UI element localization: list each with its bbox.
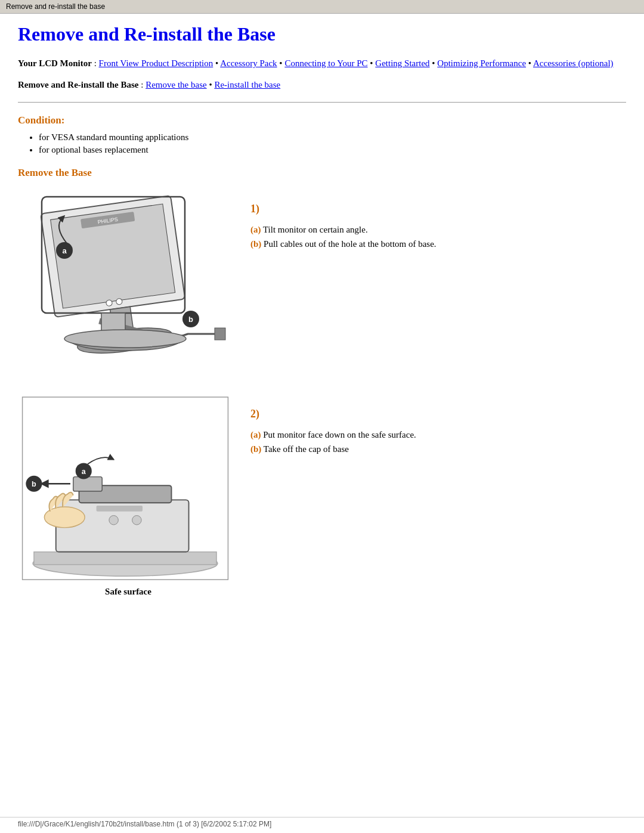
- sub-nav: Remove and Re-install the Base : Remove …: [18, 80, 626, 90]
- step-1-row: PHILIPS a: [18, 191, 626, 378]
- nav-link-accessory[interactable]: Accessory Pack: [220, 58, 277, 68]
- step-2-num: 2): [250, 408, 626, 420]
- svg-rect-21: [97, 506, 143, 512]
- browser-tab: Remove and re-install the base: [0, 0, 644, 14]
- condition-title: Condition:: [18, 114, 626, 126]
- step-1-num: 1): [250, 203, 626, 215]
- condition-item-1: for VESA standard mounting applications: [39, 132, 626, 143]
- nav-link-connecting[interactable]: Connecting to Your PC: [284, 58, 367, 68]
- step-1-illustration: PHILIPS a: [18, 191, 239, 378]
- step-2-detail: (a) Put monitor face down on the safe su…: [250, 428, 626, 456]
- your-lcd-label: Your LCD Monitor: [18, 58, 92, 68]
- svg-rect-14: [215, 328, 225, 340]
- svg-point-17: [64, 330, 186, 348]
- page-title: Remove and Re-install the Base: [18, 23, 626, 45]
- footer-text: file:///D|/Grace/K1/english/170b2t/insta…: [18, 820, 271, 828]
- svg-rect-25: [73, 476, 102, 491]
- step-2-illustration: a b Safe surface: [18, 396, 239, 597]
- step-2-text: 2) (a) Put monitor face down on the safe…: [250, 396, 626, 456]
- condition-list: for VESA standard mounting applications …: [18, 132, 626, 155]
- svg-text:a: a: [82, 467, 86, 475]
- sub-link-remove[interactable]: Remove the base: [145, 80, 206, 89]
- nav-links: Your LCD Monitor : Front View Product De…: [18, 56, 626, 72]
- step-1-detail-a: (a) Tilt monitor on certain angle. (b) P…: [250, 222, 626, 251]
- svg-text:b: b: [188, 315, 193, 324]
- nav-link-optimizing[interactable]: Optimizing Performance: [437, 58, 526, 68]
- step-1-text: 1) (a) Tilt monitor on certain angle. (b…: [250, 191, 626, 251]
- sub-link-reinstall[interactable]: Re-install the base: [214, 80, 280, 89]
- footer-bar: file:///D|/Grace/K1/english/170b2t/insta…: [0, 817, 644, 828]
- step-2-row: a b Safe surface 2) (a): [18, 396, 626, 597]
- nav-link-getting-started[interactable]: Getting Started: [375, 58, 429, 68]
- svg-point-22: [109, 515, 119, 525]
- divider: [18, 102, 626, 103]
- svg-rect-19: [34, 552, 216, 564]
- svg-text:b: b: [32, 480, 36, 488]
- safe-surface-label: Safe surface: [18, 587, 239, 597]
- svg-text:a: a: [62, 246, 67, 255]
- remove-base-title: Remove the Base: [18, 167, 626, 179]
- condition-item-2: for optional bases replacement: [39, 145, 626, 155]
- svg-point-23: [132, 515, 142, 525]
- nav-link-accessories[interactable]: Accessories (optional): [533, 58, 614, 68]
- sub-nav-label: Remove and Re-install the Base: [18, 80, 139, 89]
- nav-link-front-view[interactable]: Front View Product Description: [99, 58, 213, 68]
